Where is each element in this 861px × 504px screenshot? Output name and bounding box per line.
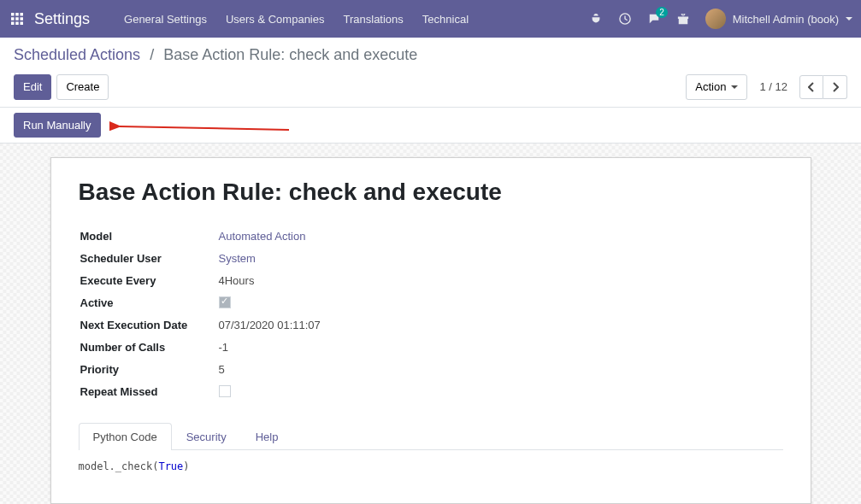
app-title[interactable]: Settings — [34, 10, 90, 28]
field-label-next-exec: Next Execution Date — [80, 317, 217, 337]
field-value-next-exec: 07/31/2020 01:11:07 — [219, 317, 556, 337]
nav-item-users-companies[interactable]: Users & Companies — [226, 13, 325, 26]
field-value-scheduler-user[interactable]: System — [219, 252, 256, 265]
tab-python-code[interactable]: Python Code — [79, 423, 172, 450]
nav-menu: General Settings Users & Companies Trans… — [124, 13, 589, 26]
gift-icon[interactable] — [676, 12, 690, 26]
user-name: Mitchell Admin (book) — [733, 13, 839, 26]
nav-item-translations[interactable]: Translations — [344, 13, 404, 26]
field-label-num-calls: Number of Calls — [80, 339, 217, 360]
svg-rect-8 — [21, 22, 24, 26]
field-value-num-calls: -1 — [219, 339, 556, 360]
svg-rect-5 — [21, 17, 24, 21]
form-background: Base Action Rule: check and execute Mode… — [0, 144, 861, 504]
pager-next-button[interactable] — [823, 75, 847, 99]
svg-rect-6 — [11, 22, 15, 26]
messages-badge: 2 — [656, 7, 668, 18]
clock-icon[interactable] — [618, 12, 632, 26]
svg-rect-3 — [11, 17, 15, 21]
field-table: Model Automated Action Scheduler User Sy… — [79, 226, 557, 406]
form-title: Base Action Rule: check and execute — [79, 179, 783, 206]
svg-rect-2 — [21, 13, 24, 16]
top-nav: Settings General Settings Users & Compan… — [0, 0, 861, 38]
edit-button[interactable]: Edit — [14, 74, 51, 100]
systray: 2 Mitchell Admin (book) — [589, 9, 852, 29]
breadcrumb-separator: / — [150, 46, 154, 63]
bug-icon[interactable] — [589, 12, 603, 26]
svg-rect-0 — [11, 13, 15, 16]
field-label-repeat-missed: Repeat Missed — [80, 384, 217, 404]
chevron-down-icon — [731, 85, 738, 89]
user-menu[interactable]: Mitchell Admin (book) — [705, 9, 852, 29]
breadcrumb-parent[interactable]: Scheduled Actions — [14, 46, 140, 63]
svg-rect-1 — [15, 13, 19, 16]
statusbar: Run Manually — [0, 108, 861, 144]
create-button[interactable]: Create — [56, 74, 109, 100]
svg-rect-7 — [15, 22, 19, 26]
breadcrumb: Scheduled Actions / Base Action Rule: ch… — [14, 46, 847, 64]
field-label-model: Model — [80, 228, 217, 249]
action-label: Action — [695, 79, 726, 96]
breadcrumb-current: Base Action Rule: check and execute — [163, 46, 417, 63]
notebook: Python Code Security Help model._check(T… — [79, 423, 783, 483]
field-value-active-checkbox — [219, 296, 231, 308]
field-label-priority: Priority — [80, 361, 217, 382]
apps-icon[interactable] — [9, 10, 26, 27]
pager-prev-button[interactable] — [799, 75, 823, 99]
chevron-down-icon — [846, 17, 852, 21]
action-dropdown[interactable]: Action — [686, 74, 747, 100]
field-label-active: Active — [80, 295, 217, 315]
python-code-content: model._check(True) — [79, 450, 783, 483]
tab-help[interactable]: Help — [241, 423, 293, 450]
nav-item-general-settings[interactable]: General Settings — [124, 13, 207, 26]
run-manually-button[interactable]: Run Manually — [14, 113, 101, 138]
control-panel: Scheduled Actions / Base Action Rule: ch… — [0, 38, 861, 108]
tab-security[interactable]: Security — [172, 423, 241, 450]
field-label-scheduler-user: Scheduler User — [80, 250, 217, 271]
field-value-priority: 5 — [219, 361, 556, 382]
form-sheet: Base Action Rule: check and execute Mode… — [50, 157, 811, 504]
svg-rect-4 — [15, 17, 19, 21]
field-value-execute-every: 4Hours — [219, 273, 556, 293]
messages-icon[interactable]: 2 — [647, 12, 661, 26]
field-label-execute-every: Execute Every — [80, 273, 217, 293]
field-value-repeat-missed-checkbox — [219, 385, 231, 397]
field-value-model[interactable]: Automated Action — [219, 230, 306, 243]
avatar — [705, 9, 726, 29]
pager-text[interactable]: 1 / 12 — [759, 80, 787, 93]
nav-item-technical[interactable]: Technical — [422, 13, 469, 26]
